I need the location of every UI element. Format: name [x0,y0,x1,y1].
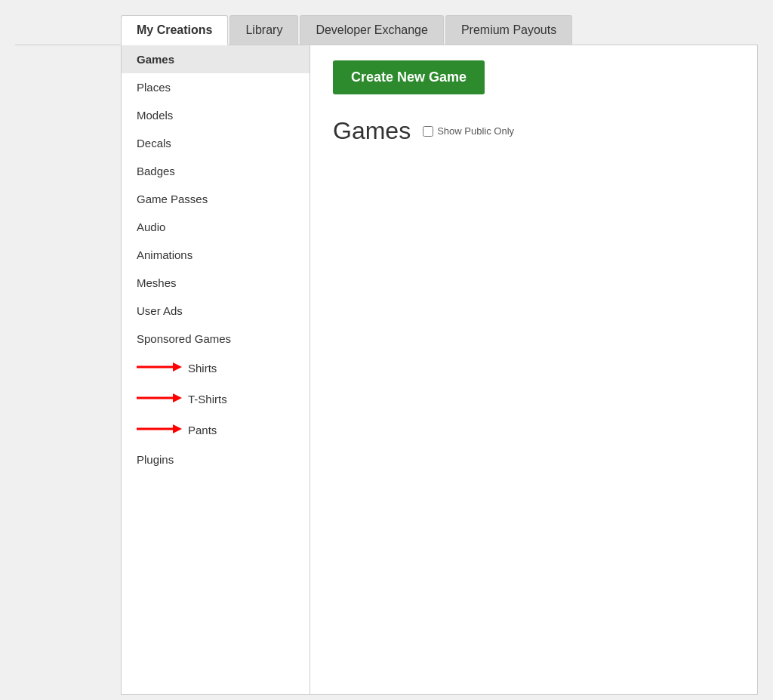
content-title-row: Games Show Public Only [333,117,735,145]
sidebar-label-animations: Animations [137,248,192,261]
sidebar-label-audio: Audio [137,220,165,233]
page-wrapper: My Creations Library Developer Exchange … [0,0,773,695]
sidebar-item-shirts[interactable]: Shirts [122,353,310,384]
sidebar-label-game-passes: Game Passes [137,193,208,205]
sidebar-label-user-ads: User Ads [137,304,183,317]
sidebar-item-plugins[interactable]: Plugins [122,446,310,473]
main-content: Games Places Models Decals Badges Game P… [121,45,758,695]
sidebar-label-models: Models [137,109,173,122]
tabs-container: My Creations Library Developer Exchange … [15,15,758,45]
show-public-label[interactable]: Show Public Only [423,125,514,137]
page-title: Games [333,117,411,145]
sidebar-label-places: Places [137,81,171,94]
sidebar-label-badges: Badges [137,165,175,177]
tab-my-creations[interactable]: My Creations [121,15,228,45]
show-public-checkbox[interactable] [423,126,433,137]
sidebar-item-pants[interactable]: Pants [122,415,310,446]
show-public-text: Show Public Only [437,125,514,137]
right-content: Create New Game Games Show Public Only [310,45,757,694]
sidebar-item-decals[interactable]: Decals [122,129,310,157]
sidebar-label-shirts: Shirts [188,362,217,375]
arrow-icon-shirts [137,360,182,376]
sidebar-label-sponsored-games: Sponsored Games [137,332,231,345]
sidebar-item-audio[interactable]: Audio [122,213,310,241]
svg-marker-5 [173,424,182,433]
svg-marker-3 [173,393,182,402]
sidebar-item-games[interactable]: Games [122,45,310,73]
sidebar-label-games: Games [137,53,174,66]
arrow-icon-t-shirts [137,391,182,407]
tab-premium-payouts[interactable]: Premium Payouts [445,15,572,45]
tab-developer-exchange[interactable]: Developer Exchange [300,15,444,45]
sidebar-label-meshes: Meshes [137,276,177,289]
sidebar-item-sponsored-games[interactable]: Sponsored Games [122,325,310,353]
sidebar-item-places[interactable]: Places [122,73,310,101]
sidebar-label-plugins: Plugins [137,453,174,466]
sidebar-item-meshes[interactable]: Meshes [122,269,310,297]
sidebar-label-decals: Decals [137,137,171,150]
tab-library[interactable]: Library [229,15,298,45]
sidebar-label-pants: Pants [188,424,217,436]
sidebar: Games Places Models Decals Badges Game P… [122,45,310,694]
sidebar-item-game-passes[interactable]: Game Passes [122,185,310,213]
sidebar-item-t-shirts[interactable]: T-Shirts [122,384,310,415]
sidebar-item-badges[interactable]: Badges [122,157,310,185]
create-new-game-button[interactable]: Create New Game [333,60,485,94]
sidebar-item-animations[interactable]: Animations [122,241,310,269]
svg-marker-1 [173,362,182,372]
sidebar-item-models[interactable]: Models [122,101,310,129]
arrow-icon-pants [137,422,182,438]
sidebar-item-user-ads[interactable]: User Ads [122,297,310,325]
sidebar-label-t-shirts: T-Shirts [188,393,227,406]
